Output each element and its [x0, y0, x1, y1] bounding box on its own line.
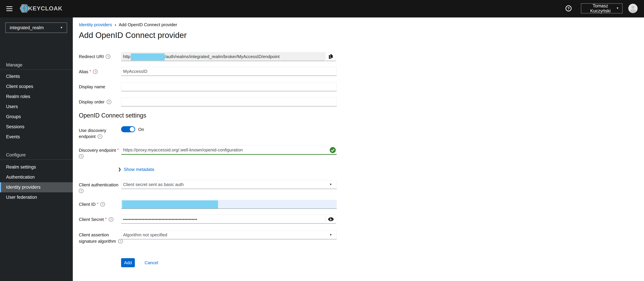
copy-button[interactable]	[326, 52, 336, 61]
realm-name: integrated_realm	[10, 25, 44, 30]
sidebar-item-sessions[interactable]: Sessions	[0, 122, 73, 132]
display-order-field[interactable]	[121, 97, 337, 106]
breadcrumb-current: Add OpenID Connect provider	[119, 22, 177, 27]
toggle-knob	[130, 127, 134, 132]
breadcrumb: Identity providers › Add OpenID Connect …	[79, 22, 177, 27]
client-assertion-algorithm-dropdown[interactable]: Algorithm not specified ▼	[121, 230, 337, 239]
use-discovery-toggle[interactable]	[121, 126, 135, 132]
cancel-link[interactable]: Cancel	[144, 260, 158, 265]
chevron-down-icon: ▼	[60, 26, 63, 29]
display-order-label: Display order ?	[79, 99, 111, 104]
use-discovery-label-line2: endpoint ?	[79, 134, 102, 139]
help-icon[interactable]: ?	[106, 54, 110, 59]
sidebar: integrated_realm ▼ Manage Clients Client…	[0, 18, 73, 281]
toggle-state-label: On	[138, 127, 144, 132]
redirect-uri-prefix: http	[123, 54, 130, 59]
user-name: Tomasz Kuczyński	[585, 3, 616, 14]
alias-field[interactable]: MyAccessID	[121, 67, 337, 76]
masked-password: ••••••••••••••••••••••••••••••••••••••••…	[123, 215, 197, 224]
sidebar-item-users[interactable]: Users	[0, 102, 73, 112]
client-id-label: Client ID * ?	[79, 202, 105, 207]
discovery-endpoint-label: Discovery endpoint *	[79, 148, 119, 153]
sidebar-item-groups[interactable]: Groups	[0, 112, 73, 122]
keycloak-logo[interactable]: KEYCLOAK	[20, 4, 62, 13]
success-check-icon	[330, 147, 336, 153]
sidebar-item-client-scopes[interactable]: Client scopes	[0, 82, 73, 92]
discovery-endpoint-help-row: ?	[79, 154, 84, 158]
client-authentication-label: Client authentication	[79, 182, 118, 187]
sidebar-item-user-federation[interactable]: User federation	[0, 192, 73, 202]
nav-section-configure: Configure	[6, 152, 26, 157]
keycloak-admin-console: KEYCLOAK ? Tomasz Kuczyński ▼ integrated…	[0, 0, 644, 281]
redaction-overlay	[131, 53, 165, 61]
sidebar-item-clients[interactable]: Clients	[0, 72, 73, 82]
eye-icon	[328, 217, 334, 221]
required-asterisk: *	[117, 148, 119, 152]
avatar[interactable]	[628, 4, 638, 13]
nav-toggle-icon[interactable]	[5, 5, 14, 13]
brand-name: KEYCLOAK	[28, 5, 62, 12]
breadcrumb-identity-providers[interactable]: Identity providers	[79, 22, 112, 27]
chevron-down-icon: ▼	[616, 7, 619, 10]
caret-down-icon: ▼	[330, 183, 332, 186]
help-icon[interactable]: ?	[98, 134, 102, 139]
client-assertion-label-line2: signature algorithm ?	[79, 239, 122, 244]
client-id-field[interactable]	[121, 200, 337, 209]
redirect-uri-label: Redirect URI ?	[79, 54, 110, 59]
redirect-uri-suffix: /auth/realms/integrated_realm/broker/MyA…	[165, 52, 280, 61]
help-icon[interactable]: ?	[79, 189, 84, 193]
angle-right-icon: ›	[115, 22, 116, 27]
client-assertion-label-line1: Client assertion	[79, 232, 109, 237]
help-icon[interactable]: ?	[100, 202, 105, 206]
help-icon[interactable]: ?	[106, 100, 111, 104]
copy-icon	[328, 54, 334, 59]
redaction-overlay	[122, 200, 218, 208]
help-icon[interactable]: ?	[118, 239, 122, 243]
divider	[0, 159, 73, 160]
show-secret-button[interactable]	[326, 214, 336, 224]
nav-section-manage: Manage	[6, 63, 22, 68]
caret-down-icon: ▼	[330, 234, 332, 236]
masthead: KEYCLOAK ? Tomasz Kuczyński ▼	[0, 0, 644, 18]
required-asterisk: *	[105, 217, 107, 221]
section-title: OpenID Connect settings	[79, 112, 146, 119]
client-secret-label: Client Secret * ?	[79, 217, 113, 222]
nav-list-configure: Realm settings Authentication Identity p…	[0, 162, 73, 202]
expand-chevron-icon[interactable]: ❯	[118, 167, 121, 172]
user-menu-dropdown[interactable]: Tomasz Kuczyński ▼	[581, 3, 622, 14]
sidebar-item-events[interactable]: Events	[0, 132, 73, 142]
alias-label: Alias * ?	[79, 69, 98, 74]
keycloak-logo-icon	[20, 4, 30, 13]
required-asterisk: *	[90, 69, 91, 73]
sidebar-item-realm-roles[interactable]: Realm roles	[0, 92, 73, 102]
display-name-field[interactable]	[121, 82, 337, 91]
required-asterisk: *	[97, 202, 98, 206]
sidebar-item-identity-providers[interactable]: Identity providers	[0, 182, 73, 192]
redirect-uri-field[interactable]: http /auth/realms/integrated_realm/broke…	[121, 52, 325, 61]
help-icon[interactable]: ?	[566, 5, 572, 12]
sidebar-item-realm-settings[interactable]: Realm settings	[0, 162, 73, 172]
client-authentication-dropdown[interactable]: Client secret sent as basic auth ▼	[121, 180, 337, 189]
sidebar-item-authentication[interactable]: Authentication	[0, 172, 73, 182]
help-icon[interactable]: ?	[79, 154, 84, 158]
client-secret-field[interactable]: ••••••••••••••••••••••••••••••••••••••••…	[121, 214, 326, 224]
discovery-endpoint-field[interactable]: https://proxy.myaccessid.org/.well-known…	[121, 145, 337, 155]
nav-list-manage: Clients Client scopes Realm roles Users …	[0, 72, 73, 142]
show-metadata-link[interactable]: Show metadata	[124, 167, 154, 172]
use-discovery-label-line1: Use discovery	[79, 128, 106, 133]
divider	[0, 70, 73, 70]
display-name-label: Display name	[79, 84, 105, 89]
client-authentication-help-row: ?	[79, 189, 84, 193]
help-icon[interactable]: ?	[108, 217, 113, 222]
realm-selector[interactable]: integrated_realm ▼	[5, 23, 67, 33]
help-icon[interactable]: ?	[93, 70, 98, 74]
add-button[interactable]: Add	[121, 258, 135, 267]
page-title: Add OpenID Connect provider	[79, 31, 187, 40]
